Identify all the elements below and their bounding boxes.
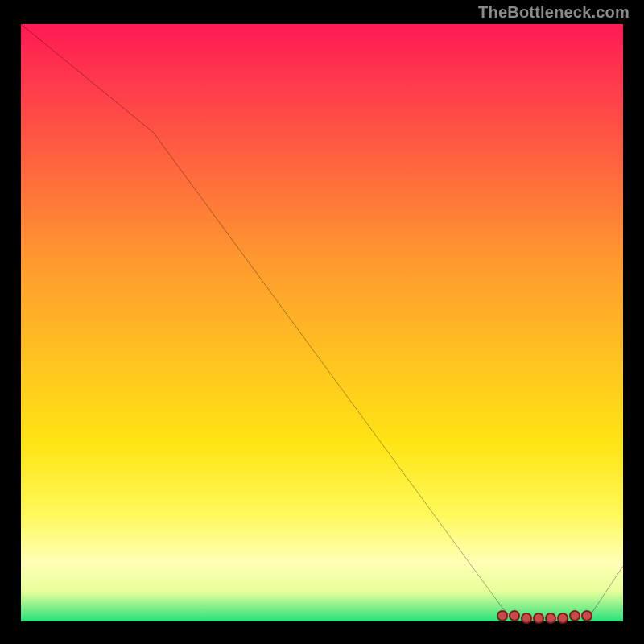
optimal-marker — [569, 610, 580, 621]
optimal-range-markers — [21, 24, 623, 621]
optimal-marker — [521, 613, 532, 624]
optimal-marker — [557, 613, 568, 624]
optimal-marker — [581, 610, 592, 621]
plot-area — [21, 24, 623, 621]
chart-root: TheBottleneck.com — [0, 0, 644, 644]
attribution-text: TheBottleneck.com — [478, 3, 630, 22]
optimal-marker — [509, 610, 520, 621]
optimal-marker — [545, 613, 556, 624]
optimal-marker — [533, 613, 544, 624]
optimal-marker — [497, 610, 508, 621]
